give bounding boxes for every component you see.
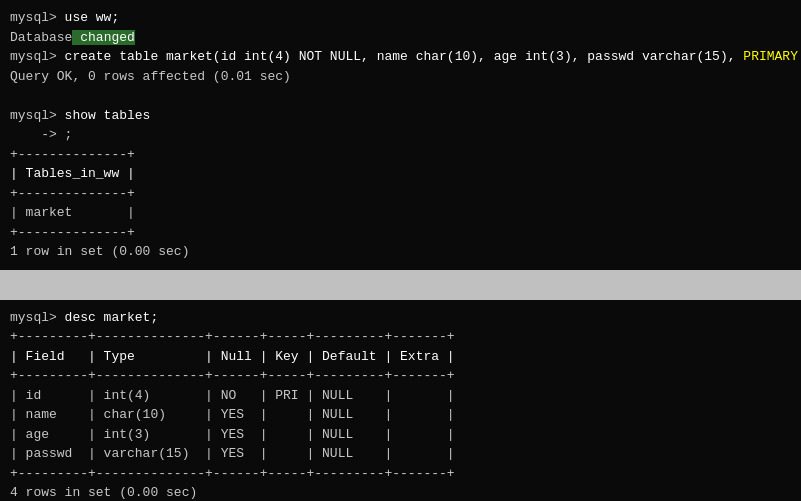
terminal-top-block: mysql> use ww; Database changed mysql> c… (0, 0, 801, 270)
row-passwd: | passwd | varchar(15) | YES | | NULL | … (10, 446, 455, 461)
prompt-1: mysql> (10, 10, 65, 25)
border-1: +--------------+ (10, 147, 135, 162)
cmd-4: desc market; (65, 310, 159, 325)
row-age: | age | int(3) | YES | | NULL | | (10, 427, 455, 442)
header-row: | Tables_in_ww | (10, 166, 135, 181)
query-ok: Query OK, 0 rows affected (0.01 sec) (10, 69, 291, 84)
prompt-2: mysql> (10, 49, 65, 64)
cmd-2: create table market(id int(4) NOT NULL, … (65, 49, 744, 64)
gap (0, 278, 801, 296)
continuation: -> ; (10, 127, 72, 142)
terminal-bottom-block: mysql> desc market; +---------+---------… (0, 300, 801, 502)
prompt-3: mysql> (10, 108, 65, 123)
cmd-2-pk: PRIMARY KEY(id) (743, 49, 801, 64)
border-3: +--------------+ (10, 225, 135, 240)
border-2: +--------------+ (10, 186, 135, 201)
db-changed-line: Database changed (10, 30, 135, 45)
data-row-1: | market | (10, 205, 135, 220)
border-top: +---------+--------------+------+-----+-… (10, 329, 455, 344)
row-count-2: 4 rows in set (0.00 sec) (10, 485, 197, 500)
cmd-3: show tables (65, 108, 151, 123)
col-header: | Field | Type | Null | Key | Default | … (10, 349, 455, 364)
row-id: | id | int(4) | NO | PRI | NULL | | (10, 388, 455, 403)
cmd-1: use ww; (65, 10, 120, 25)
border-mid: +---------+--------------+------+-----+-… (10, 368, 455, 383)
row-name: | name | char(10) | YES | | NULL | | (10, 407, 455, 422)
row-count-1: 1 row in set (0.00 sec) (10, 244, 189, 259)
border-bot: +---------+--------------+------+-----+-… (10, 466, 455, 481)
prompt-4: mysql> (10, 310, 65, 325)
